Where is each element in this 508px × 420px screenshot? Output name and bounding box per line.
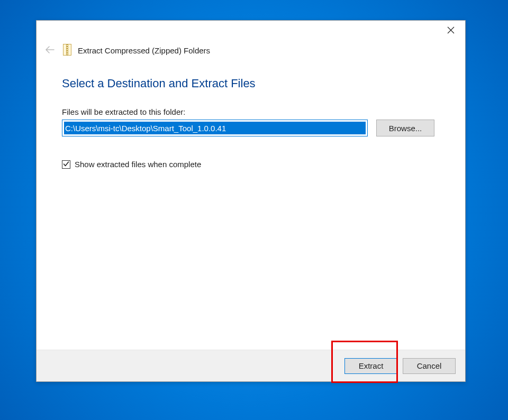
close-icon [447, 26, 455, 35]
destination-row: Browse... [62, 120, 440, 136]
wizard-footer: Extract Cancel [37, 350, 465, 381]
destination-input[interactable] [64, 122, 366, 134]
zip-folder-icon [62, 44, 72, 57]
desktop-background: Extract Compressed (Zipped) Folders Sele… [0, 0, 508, 420]
cancel-button[interactable]: Cancel [403, 358, 456, 374]
browse-button[interactable]: Browse... [376, 120, 434, 136]
page-heading: Select a Destination and Extract Files [62, 77, 440, 90]
wizard-header: Extract Compressed (Zipped) Folders [37, 42, 465, 59]
wizard-title: Extract Compressed (Zipped) Folders [78, 46, 210, 55]
destination-label: Files will be extracted to this folder: [62, 107, 440, 116]
arrow-left-icon [45, 46, 55, 55]
destination-input-wrap [62, 120, 368, 136]
back-button[interactable] [43, 43, 57, 57]
checkmark-icon [63, 160, 69, 169]
close-button[interactable] [439, 23, 463, 39]
show-files-checkbox[interactable] [62, 160, 70, 169]
extract-wizard-window: Extract Compressed (Zipped) Folders Sele… [36, 20, 466, 382]
wizard-content: Select a Destination and Extract Files F… [37, 59, 465, 350]
show-files-checkbox-row[interactable]: Show extracted files when complete [62, 160, 440, 169]
show-files-checkbox-label: Show extracted files when complete [75, 160, 201, 169]
titlebar [37, 21, 465, 42]
extract-button[interactable]: Extract [344, 358, 397, 374]
